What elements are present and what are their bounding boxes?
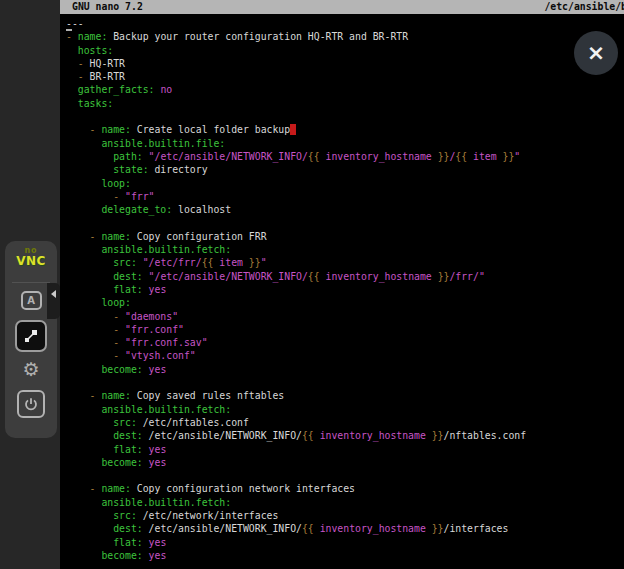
code-line: ansible.builtin.fetch:	[66, 403, 624, 416]
code-line: become: yes	[66, 363, 624, 376]
panel-divider	[12, 282, 50, 283]
settings-button[interactable]: ⚙	[17, 357, 45, 381]
code-line: src: "/etc/frr/{{ item }}"	[66, 256, 624, 269]
code-line: loop:	[66, 296, 624, 309]
code-line: ansible.builtin.file:	[66, 137, 624, 150]
editor-content[interactable]: ---- name: Backup your router configurat…	[60, 14, 624, 569]
code-line: ansible.builtin.fetch:	[66, 243, 624, 256]
novnc-logo: no VNC	[5, 247, 57, 267]
code-line	[66, 216, 624, 229]
code-line: - name: Copy saved rules nftables	[66, 389, 624, 402]
code-line: tasks:	[66, 97, 624, 110]
code-line	[66, 469, 624, 482]
disconnect-button[interactable]	[17, 390, 45, 418]
drag-icon	[23, 328, 39, 344]
code-line: gather_facts: no	[66, 83, 624, 96]
code-line: - "frr"	[66, 190, 624, 203]
gear-icon: ⚙	[22, 360, 39, 379]
code-line	[66, 110, 624, 123]
code-line: delegate_to: localhost	[66, 203, 624, 216]
code-line: - name: Backup your router configuration…	[66, 30, 624, 43]
close-button[interactable]: ×	[574, 31, 618, 75]
power-icon	[23, 396, 39, 412]
code-line: dest: /etc/ansible/NETWORK_INFO/{{ inven…	[66, 429, 624, 442]
code-line: src: /etc/network/interfaces	[66, 509, 624, 522]
screen: GNU nano 7.2 /etc/ansible/b ---- name: B…	[0, 0, 624, 569]
code-line: hosts:	[66, 44, 624, 57]
code-line: - "vtysh.conf"	[66, 349, 624, 362]
code-line: dest: "/etc/ansible/NETWORK_INFO/{{ inve…	[66, 270, 624, 283]
panel-collapse-handle[interactable]	[47, 283, 60, 319]
code-line: ansible.builtin.fetch:	[66, 496, 624, 509]
extra-keys-button[interactable]: A	[17, 287, 45, 313]
nano-filename: /etc/ansible/b	[544, 0, 624, 14]
close-icon: ×	[587, 42, 605, 64]
terminal[interactable]: GNU nano 7.2 /etc/ansible/b ---- name: B…	[60, 0, 624, 569]
code-line: - BR-RTR	[66, 70, 624, 83]
novnc-control-panel: no VNC A ⚙	[5, 241, 57, 438]
code-line: state: directory	[66, 163, 624, 176]
drag-viewport-button[interactable]	[15, 320, 47, 352]
nano-app-version: GNU nano 7.2	[72, 0, 143, 14]
code-line: - "daemons"	[66, 310, 624, 323]
code-line: loop:	[66, 177, 624, 190]
code-line: flat: yes	[66, 443, 624, 456]
code-line	[66, 376, 624, 389]
code-line: - name: Create local folder backup	[66, 123, 624, 136]
code-line: flat: yes	[66, 536, 624, 549]
code-line: become: yes	[66, 549, 624, 562]
code-line: src: /etc/nftables.conf	[66, 416, 624, 429]
code-line: - "frr.conf.sav"	[66, 336, 624, 349]
code-line: dest: /etc/ansible/NETWORK_INFO/{{ inven…	[66, 522, 624, 535]
nano-titlebar: GNU nano 7.2 /etc/ansible/b	[60, 0, 624, 14]
code-line: - name: Copy configuration network inter…	[66, 482, 624, 495]
code-line: path: "/etc/ansible/NETWORK_INFO/{{ inve…	[66, 150, 624, 163]
code-line: - HQ-RTR	[66, 57, 624, 70]
novnc-logo-bottom: VNC	[5, 255, 57, 267]
chevron-left-icon	[51, 290, 56, 298]
code-line: - "frr.conf"	[66, 323, 624, 336]
code-line: flat: yes	[66, 283, 624, 296]
code-line: ---	[66, 17, 624, 30]
keyboard-a-icon: A	[21, 291, 42, 310]
code-line: - name: Copy configuration FRR	[66, 230, 624, 243]
code-line: become: yes	[66, 456, 624, 469]
